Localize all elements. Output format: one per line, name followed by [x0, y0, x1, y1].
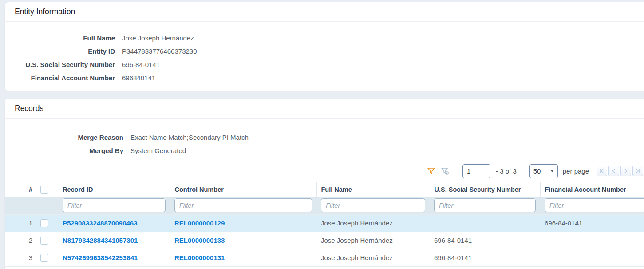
field-value: P3447833776466373230 [122, 47, 197, 55]
filter-cell-full-name [316, 197, 430, 214]
select-all-checkbox[interactable] [40, 186, 48, 194]
full-name-cell: Jose Joseph Hernández [316, 214, 430, 232]
row-index: 1 [5, 214, 35, 232]
field-value: System Generated [130, 147, 186, 154]
field-value: Jose Joseph Hernández [122, 34, 194, 42]
row-checkbox-cell [35, 249, 54, 266]
full-name-cell: Jose Joseph Hernández [316, 249, 430, 266]
column-header-record-id[interactable]: Record ID [54, 182, 170, 197]
filter-icon[interactable] [426, 166, 436, 176]
column-header-ssn[interactable]: U.S. Social Security Number [430, 182, 540, 197]
records-title: Records [15, 104, 43, 113]
full-name-cell: Jose Joseph Hernández [316, 232, 430, 249]
table-row[interactable]: 1 P5290833248870090463 REL0000000129 Jos… [5, 214, 644, 232]
entity-information-fields: Full Name Jose Joseph Hernández Entity I… [5, 22, 644, 82]
filter-cell-ssn [430, 197, 540, 214]
select-all-checkbox-cell [35, 182, 54, 197]
entity-information-header: Entity Information [5, 2, 644, 22]
pagination-controls [595, 166, 643, 176]
financial-account-number-filter-input[interactable] [545, 198, 644, 212]
ssn-cell: 696-84-0141 [430, 249, 540, 266]
filter-cell-control-number [170, 197, 316, 214]
records-panel: Records Merge Reason Exact Name Match;Se… [4, 99, 644, 269]
chevron-down-icon [550, 170, 554, 172]
filter-cell-financial-account-number [540, 197, 644, 214]
field-label: Merged By [5, 147, 123, 154]
field-value: Exact Name Match;Secondary PI Match [130, 134, 249, 141]
financial-account-number-cell [540, 249, 644, 266]
field-label: Entity ID [5, 47, 115, 55]
field-label: U.S. Social Security Number [5, 61, 115, 68]
last-page-button[interactable] [632, 166, 643, 176]
table-filter-row [5, 197, 644, 214]
page-range-text: - 3 of 3 [496, 167, 517, 175]
control-number-cell: REL0000000131 [170, 249, 316, 266]
page-number-input[interactable] [462, 164, 490, 178]
full-name-filter-input[interactable] [321, 198, 425, 212]
financial-account-number-cell: 696-84-0141 [540, 214, 644, 232]
table-row[interactable]: 2 N8179342884341057301 REL0000000133 Jos… [5, 232, 644, 249]
column-header-full-name[interactable]: Full Name [316, 182, 430, 197]
row-index: 3 [5, 249, 35, 266]
field-financial-account-number: Financial Account Number 696840141 [5, 74, 644, 82]
row-index: 2 [5, 232, 35, 249]
toolbar-divider [523, 166, 523, 176]
per-page-label: per page [563, 167, 589, 175]
record-id-link[interactable]: N5742699638542253841 [63, 254, 138, 261]
ssn-cell: 696-84-0141 [430, 232, 540, 249]
control-number-link[interactable]: REL0000000131 [174, 254, 225, 261]
field-value: 696840141 [122, 74, 155, 82]
field-value: 696-84-0141 [122, 61, 160, 68]
first-page-button[interactable] [597, 166, 607, 176]
financial-account-number-cell [540, 232, 644, 249]
filter-clear-icon[interactable] [440, 166, 450, 176]
record-id-cell: P5290833248870090463 [54, 214, 170, 232]
column-header-control-number[interactable]: Control Number [170, 182, 316, 197]
table-row[interactable]: 3 N5742699638542253841 REL0000000131 Jos… [5, 249, 644, 266]
page-size-select[interactable]: 50 [529, 164, 558, 178]
field-full-name: Full Name Jose Joseph Hernández [5, 34, 644, 42]
field-ssn: U.S. Social Security Number 696-84-0141 [5, 61, 644, 68]
filter-cell-empty [35, 197, 54, 214]
field-merged-by: Merged By System Generated [5, 147, 644, 154]
control-number-link[interactable]: REL0000000133 [174, 237, 225, 244]
row-checkbox[interactable] [40, 219, 48, 227]
field-label: Full Name [5, 34, 115, 42]
record-id-cell: N5742699638542253841 [54, 249, 170, 266]
field-entity-id: Entity ID P3447833776466373230 [5, 47, 644, 55]
prev-page-button[interactable] [608, 166, 619, 176]
record-id-cell: N8179342884341057301 [54, 232, 170, 249]
page-size-value: 50 [533, 167, 541, 175]
field-label: Merge Reason [5, 134, 123, 141]
next-page-button[interactable] [620, 166, 631, 176]
column-header-index: # [5, 182, 35, 197]
entity-information-title: Entity Information [15, 7, 75, 16]
control-number-cell: REL0000000129 [170, 214, 316, 232]
toolbar-divider [456, 166, 456, 176]
records-header: Records [5, 99, 644, 119]
record-id-link[interactable]: P5290833248870090463 [63, 219, 138, 227]
control-number-cell: REL0000000133 [170, 232, 316, 249]
row-checkbox-cell [35, 232, 54, 249]
table-header-row: # Record ID Control Number Full Name U.S… [5, 182, 644, 197]
records-table: # Record ID Control Number Full Name U.S… [5, 182, 644, 267]
column-header-financial-account-number[interactable]: Financial Account Number [540, 182, 644, 197]
control-number-filter-input[interactable] [174, 198, 312, 212]
record-id-link[interactable]: N8179342884341057301 [63, 237, 138, 244]
row-checkbox[interactable] [40, 237, 48, 245]
records-toolbar: - 3 of 3 50 per page [5, 163, 644, 178]
ssn-filter-input[interactable] [434, 198, 536, 212]
field-label: Financial Account Number [5, 74, 115, 82]
filter-cell-record-id [54, 197, 170, 214]
records-merge-fields: Merge Reason Exact Name Match;Secondary … [5, 119, 644, 154]
control-number-link[interactable]: REL0000000129 [174, 219, 225, 227]
entity-information-panel: Entity Information Full Name Jose Joseph… [4, 2, 644, 91]
row-checkbox-cell [35, 214, 54, 232]
ssn-cell [430, 214, 540, 232]
filter-cell-empty [5, 197, 35, 214]
row-checkbox[interactable] [40, 254, 48, 262]
record-id-filter-input[interactable] [63, 198, 166, 212]
field-merge-reason: Merge Reason Exact Name Match;Secondary … [5, 134, 644, 141]
